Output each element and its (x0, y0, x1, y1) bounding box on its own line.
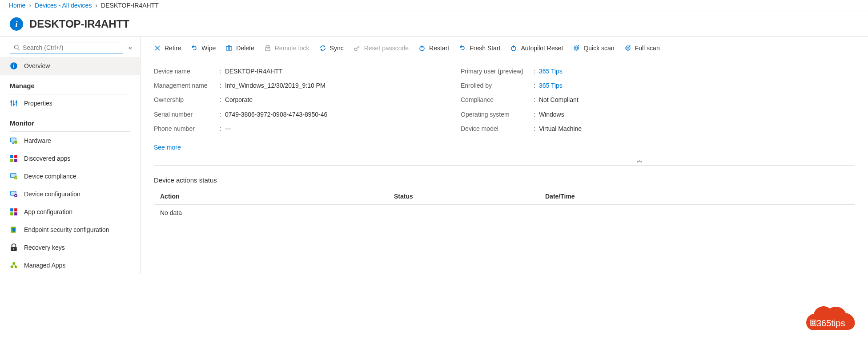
info-icon: i (10, 17, 23, 31)
svg-line-60 (629, 45, 631, 46)
svg-rect-18 (14, 159, 17, 162)
x-icon (154, 45, 161, 52)
sidebar-manage-header: Manage (0, 75, 140, 94)
search-icon (14, 45, 20, 51)
toolbar: Retire Wipe Delete Remote lock Sync Rese… (141, 37, 868, 58)
svg-point-9 (13, 103, 15, 105)
sync-icon (319, 45, 326, 52)
actions-table: Action Status Date/Time No data (154, 193, 855, 221)
monitor-gear-icon (10, 190, 18, 198)
sidebar-app-configuration[interactable]: App configuration (0, 203, 140, 221)
prop-enrolled-by: Enrolled by : 365 Tips (461, 78, 582, 93)
sidebar-managed-apps[interactable]: Managed Apps (0, 256, 140, 274)
full-scan-button[interactable]: Full scan (624, 45, 660, 52)
sidebar-label: Hardware (24, 137, 51, 144)
svg-point-8 (10, 101, 12, 103)
power-icon (510, 45, 517, 52)
svg-point-14 (14, 141, 17, 144)
sidebar-endpoint-security[interactable]: Endpoint security configuration (0, 221, 140, 239)
apps-icon (10, 154, 18, 162)
info-icon (10, 62, 18, 70)
managed-apps-icon (10, 261, 18, 269)
sidebar-label: Endpoint security configuration (24, 226, 109, 233)
sidebar: « Overview Manage Properties Monitor Har… (0, 37, 141, 274)
page-title: DESKTOP-IR4AHTT (29, 18, 129, 30)
chevron-right-icon: › (29, 2, 31, 9)
sidebar-device-compliance[interactable]: Device compliance (0, 167, 140, 185)
prop-os: Operating system : Windows (461, 107, 582, 122)
svg-point-35 (11, 266, 13, 268)
sidebar-label: Properties (24, 100, 52, 107)
svg-point-33 (13, 248, 15, 250)
chevron-up-icon: ︽ (637, 156, 641, 164)
undo-icon (459, 45, 466, 52)
prop-management-name: Management name : Info_Windows_12/30/201… (154, 78, 461, 93)
svg-rect-15 (10, 155, 13, 158)
primary-user-link[interactable]: 365 Tips (539, 64, 563, 78)
svg-rect-17 (10, 159, 13, 162)
col-datetime[interactable]: Date/Time (545, 193, 575, 200)
lock-icon (264, 45, 271, 52)
sidebar-device-configuration[interactable]: Device configuration (0, 185, 140, 203)
table-header: Action Status Date/Time (154, 193, 855, 205)
properties-panel: Device name : DESKTOP-IR4AHTT Management… (141, 58, 868, 159)
wipe-button[interactable]: Wipe (191, 45, 216, 52)
collapse-properties[interactable]: ︽ (141, 159, 868, 165)
svg-rect-3 (13, 65, 14, 68)
breadcrumb-devices[interactable]: Devices - All devices (35, 2, 92, 9)
scan-icon (573, 45, 580, 52)
svg-point-36 (15, 266, 17, 268)
svg-line-37 (12, 264, 14, 266)
svg-rect-28 (10, 212, 13, 215)
prop-device-model: Device model : Virtual Machine (461, 122, 582, 136)
sidebar-overview[interactable]: Overview (0, 57, 140, 75)
sidebar-label: Managed Apps (24, 262, 65, 269)
sidebar-label: Device compliance (24, 173, 76, 180)
breadcrumb: Home › Devices - All devices › DESKTOP-I… (0, 0, 868, 11)
search-box[interactable] (10, 42, 123, 53)
key-icon (10, 243, 18, 252)
enrolled-by-link[interactable]: 365 Tips (539, 78, 563, 93)
monitor-check-icon (10, 172, 18, 180)
restart-button[interactable]: Restart (418, 45, 449, 52)
svg-point-58 (626, 46, 630, 50)
sidebar-properties[interactable]: Properties (0, 94, 140, 112)
svg-rect-16 (14, 155, 17, 158)
collapse-sidebar-button[interactable]: « (129, 44, 132, 51)
key-icon (354, 45, 361, 52)
chevron-right-icon: › (95, 2, 97, 9)
sidebar-discovered-apps[interactable]: Discovered apps (0, 150, 140, 167)
undo-icon (191, 45, 198, 52)
scan-icon (624, 45, 631, 52)
delete-button[interactable]: Delete (225, 45, 254, 52)
fresh-start-button[interactable]: Fresh Start (459, 45, 500, 52)
col-action[interactable]: Action (154, 193, 394, 200)
svg-rect-29 (14, 212, 17, 215)
svg-line-57 (578, 45, 579, 46)
sync-button[interactable]: Sync (319, 45, 344, 52)
sidebar-hardware[interactable]: Hardware (0, 132, 140, 150)
svg-point-55 (574, 46, 579, 50)
prop-primary-user: Primary user (preview) : 365 Tips (461, 64, 582, 78)
device-actions-section: Device actions status Action Status Date… (141, 166, 868, 221)
prop-device-name: Device name : DESKTOP-IR4AHTT (154, 64, 461, 78)
content-area: Retire Wipe Delete Remote lock Sync Rese… (141, 37, 868, 274)
sidebar-label: App configuration (24, 208, 72, 215)
see-more-link[interactable]: See more (154, 144, 181, 151)
svg-point-59 (627, 47, 629, 49)
trash-icon (225, 45, 233, 52)
sidebar-recovery-keys[interactable]: Recovery keys (0, 239, 140, 256)
col-status[interactable]: Status (394, 193, 545, 200)
retire-button[interactable]: Retire (154, 45, 181, 52)
breadcrumb-home[interactable]: Home (9, 2, 25, 9)
apps-icon (10, 208, 18, 216)
svg-rect-4 (13, 64, 14, 65)
svg-rect-41 (227, 46, 231, 51)
svg-rect-13 (12, 143, 15, 144)
prop-serial-number: Serial number : 0749-3806-3972-0908-4743… (154, 107, 461, 122)
prop-phone-number: Phone number : --- (154, 122, 461, 136)
autopilot-reset-button[interactable]: Autopilot Reset (510, 45, 563, 52)
sidebar-label: Overview (24, 62, 50, 69)
search-input[interactable] (23, 44, 119, 51)
quick-scan-button[interactable]: Quick scan (573, 45, 614, 52)
